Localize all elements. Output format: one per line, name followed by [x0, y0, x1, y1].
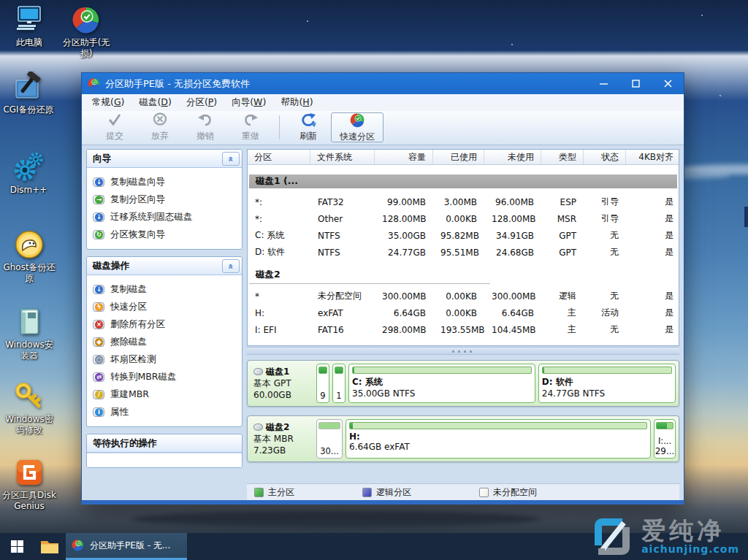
usage-strip [318, 422, 340, 429]
table-cell: 0.00KB [433, 308, 484, 318]
pie-icon [350, 112, 365, 130]
splitter-dots [452, 350, 474, 353]
sidebar-item[interactable]: /重建MBR [93, 386, 239, 403]
toolbar-button-refresh[interactable]: 刷新 [286, 112, 331, 142]
table-row[interactable]: D: 软件NTFS24.77GB95.51MB24.68GBGPT无是 [248, 244, 679, 261]
partition-table: 分区文件系统容量已使用未使用类型状态4KB对齐 磁盘1 (...*:FAT329… [247, 149, 679, 346]
menubar: 常规(G)磁盘(D)分区(P)向导(W)帮助(H) [82, 94, 684, 111]
sidebar-item[interactable]: →复制分区向导 [93, 191, 239, 208]
disk-group-row[interactable]: 磁盘1 (... [249, 174, 677, 188]
toolbar-button-undo[interactable]: 撤销 [183, 112, 228, 142]
column-header[interactable]: 容量 [375, 150, 433, 164]
content-area: 分区文件系统容量已使用未使用类型状态4KB对齐 磁盘1 (...*:FAT329… [247, 149, 679, 500]
sidebar-item[interactable]: ϟ快速分区 [93, 298, 239, 315]
sidebar-item-label: 迁移系统到固态磁盘 [110, 211, 193, 223]
menu-item[interactable]: 常规(G) [85, 95, 131, 110]
legend-label: 主分区 [268, 486, 294, 499]
table-row[interactable]: *未分配空间300.00MB0.00KB300.00MB逻辑无是 [248, 288, 679, 304]
desktop-icon-pie[interactable]: 分区助手(无损) [60, 4, 112, 59]
table-cell: GPT [541, 248, 584, 258]
sidebar-item[interactable]: ↓复制磁盘向导 [93, 173, 239, 191]
disk-box-1[interactable]: 磁盘1 基本 GPT60.00GB91C: 系统35.00GB NTFSD: 软… [247, 360, 679, 407]
disk-name: 磁盘2 [253, 421, 313, 433]
sidebar-item[interactable]: ⇄转换到MBR磁盘 [93, 368, 239, 386]
key-icon [14, 381, 45, 412]
disk-group-row[interactable]: 磁盘2 [249, 269, 490, 284]
desktop-icon-gears[interactable]: Dism++ [4, 152, 53, 196]
desktop-icon-cgi[interactable]: CGI备份还原 [0, 72, 57, 115]
collapse-chevron-icon[interactable]: « [222, 152, 240, 166]
dg-icon [14, 457, 45, 488]
file-explorer-button[interactable] [34, 533, 66, 560]
desktop-icon-ghost[interactable]: Ghost备份还原 [3, 229, 56, 284]
desktop-icon-this-pc[interactable]: 此电脑 [6, 4, 53, 48]
sidebar-item[interactable]: ○坏扇区检测 [93, 350, 239, 368]
table-row[interactable]: *:FAT3299.00MB3.00MB96.00MBESP引导是 [248, 193, 679, 210]
gears-icon [13, 152, 44, 183]
partition-block[interactable]: 1 [332, 364, 346, 403]
toolbar-button-label: 快速分区 [340, 131, 375, 143]
recycle-icon: ↻ [93, 230, 104, 239]
table-row[interactable]: I: EFIFAT16298.00MB193.55MB104.45MB主无是 [248, 321, 679, 338]
partition-block[interactable]: C: 系统35.00GB NTFS [348, 364, 535, 403]
sidebar-item[interactable]: ◆擦除磁盘 [93, 333, 239, 350]
toolbar-button-redo[interactable]: 重做 [228, 112, 273, 142]
sidebar-item[interactable]: ↓复制磁盘 [93, 280, 239, 298]
start-button[interactable] [0, 533, 34, 560]
table-cell: 34.91GB [484, 231, 541, 241]
table-cell: 无 [584, 246, 626, 258]
table-row[interactable]: C: 系统NTFS35.00GB95.82MB34.91GBGPT无是 [248, 227, 679, 244]
table-cell: 35.00GB [375, 231, 433, 241]
toolbar-button-discard[interactable]: 放弃 [137, 112, 183, 142]
partition-block[interactable]: 9 [316, 364, 329, 403]
splitter-handle[interactable] [247, 347, 679, 355]
partition-block[interactable]: 30... [316, 419, 343, 459]
partition-block[interactable]: I:...29... [654, 419, 676, 459]
watermark: 爱纯净 aichunjing.com [592, 516, 739, 557]
menu-item[interactable]: 向导(W) [224, 95, 273, 110]
desktop-icon-installer[interactable]: Windows安装器 [3, 307, 56, 361]
sidebar-item[interactable]: ×删除所有分区 [93, 315, 239, 333]
sidebar-panel-title: 等待执行的操作 [87, 437, 242, 450]
app-icon [88, 77, 100, 90]
table-cell: 128.00MB [375, 214, 433, 224]
close-button[interactable] [652, 73, 684, 94]
usage-strip [349, 422, 647, 429]
sidebar-item[interactable]: ↻分区恢复向导 [93, 226, 239, 243]
blue-arrow-icon: ↓ [93, 285, 104, 294]
column-header[interactable]: 类型 [541, 150, 584, 164]
disk-scheme: 基本 GPT [253, 377, 313, 389]
blue-arrow-icon: ↓ [93, 212, 104, 222]
desktop: 此电脑 分区助手(无损) CGI备份还原 Dism++ Ghost备份还原 Wi… [0, 0, 748, 560]
table-row[interactable]: H:exFAT6.64GB0.00KB6.64GB主活动是 [248, 304, 679, 321]
desktop-icon-key[interactable]: Windows密码修改 [3, 381, 56, 436]
toolbar-button-pie[interactable]: 快速分区 [331, 112, 383, 142]
column-header[interactable]: 未使用 [484, 150, 541, 164]
column-header[interactable]: 已使用 [433, 150, 484, 164]
menu-item[interactable]: 分区(P) [179, 95, 224, 110]
table-row[interactable]: *:Other128.00MB0.00KB128.00MBMSR引导是 [248, 210, 679, 227]
table-cell: 是 [626, 229, 679, 242]
ghost-icon [14, 229, 45, 260]
maximize-button[interactable] [619, 73, 652, 94]
minimize-button[interactable] [587, 73, 619, 94]
partition-block[interactable]: H:6.64GB exFAT [346, 419, 651, 459]
column-header[interactable]: 状态 [584, 150, 626, 164]
toolbar-button-check[interactable]: 提交 [92, 112, 137, 142]
column-header[interactable]: 4KB对齐 [626, 150, 679, 164]
column-header[interactable]: 分区 [248, 150, 310, 164]
sidebar-item[interactable]: i属性 [93, 403, 239, 421]
table-cell: 0.00KB [433, 291, 484, 302]
titlebar[interactable]: 分区助手PE版 - 无损分区免费软件 [82, 73, 684, 94]
column-header[interactable]: 文件系统 [310, 150, 375, 164]
menu-item[interactable]: 磁盘(D) [131, 95, 178, 110]
menu-item[interactable]: 帮助(H) [273, 95, 320, 110]
taskbar-app-button[interactable]: 分区助手PE版 - 无... [66, 533, 187, 560]
partition-name: D: 软件 [542, 376, 672, 388]
desktop-icon-dg[interactable]: 分区工具DiskGenius [0, 457, 58, 512]
sidebar-item[interactable]: ↓迁移系统到固态磁盘 [93, 208, 239, 226]
disk-box-2[interactable]: 磁盘2 基本 MBR7.23GB30...H:6.64GB exFATI:...… [247, 415, 679, 462]
table-cell: 6.64GB [484, 308, 541, 318]
collapse-chevron-icon[interactable]: « [222, 259, 240, 273]
partition-block[interactable]: D: 软件24.77GB NTFS [538, 364, 676, 403]
